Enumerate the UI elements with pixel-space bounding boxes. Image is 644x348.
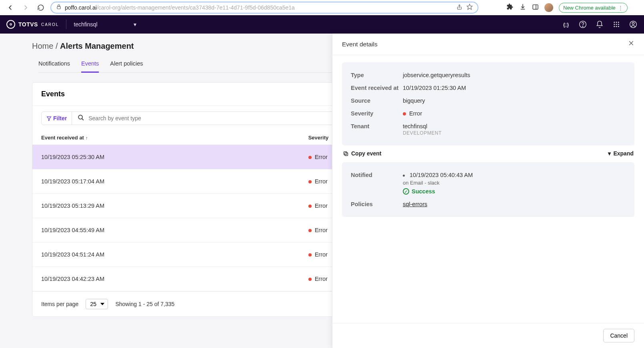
extensions-icon[interactable]	[506, 3, 514, 12]
svg-rect-26	[344, 151, 347, 155]
label-type: Type	[351, 72, 403, 78]
update-chrome-button[interactable]: New Chrome available⋮	[559, 3, 628, 13]
svg-rect-4	[533, 4, 538, 9]
url-text: poffo.carol.ai/carol-org/alerts-manageme…	[65, 4, 453, 11]
label-source: Source	[351, 97, 403, 104]
user-icon[interactable]	[629, 20, 638, 29]
breadcrumb-current: Alerts Management	[60, 42, 134, 50]
label-received: Event received at	[351, 85, 403, 91]
app-header: TOTVS CAROL techfinsql ▾ {;}	[0, 15, 644, 34]
apps-grid-icon[interactable]	[612, 20, 621, 29]
notification-card: Notified 10/19/2023 05:40:43 AM on Email…	[342, 162, 634, 217]
error-dot-icon	[308, 205, 312, 208]
label-notified: Notified	[351, 172, 403, 178]
svg-point-16	[616, 26, 617, 27]
drawer-title: Event details	[342, 41, 378, 48]
search-icon	[78, 114, 84, 123]
svg-point-13	[616, 24, 617, 25]
svg-point-12	[614, 24, 615, 25]
download-icon[interactable]	[519, 3, 526, 12]
policy-link[interactable]: sql-errors	[403, 201, 427, 207]
lock-icon	[56, 4, 62, 11]
svg-point-17	[618, 26, 619, 27]
filter-button[interactable]: Filter	[42, 112, 72, 125]
chevron-down-icon: ▾	[134, 21, 136, 28]
value-severity: Error	[403, 110, 422, 117]
sub-brand-text: CAROL	[41, 22, 59, 27]
copy-icon	[343, 151, 349, 157]
page-size-select[interactable]: 25	[86, 299, 108, 309]
breadcrumb-home[interactable]: Home	[32, 42, 53, 50]
cell-received: 10/19/2023 05:13:29 AM	[32, 194, 301, 218]
svg-point-14	[618, 24, 619, 25]
svg-rect-0	[57, 6, 60, 9]
back-button[interactable]	[5, 2, 16, 13]
cell-received: 10/19/2023 04:42:23 AM	[32, 267, 301, 291]
browser-toolbar: poffo.carol.ai/carol-org/alerts-manageme…	[0, 0, 644, 15]
svg-point-19	[632, 22, 634, 24]
svg-point-15	[614, 26, 615, 27]
tab-notifications[interactable]: Notifications	[38, 57, 70, 72]
json-icon[interactable]: {;}	[562, 20, 570, 29]
notified-status: ✓Success	[403, 188, 473, 195]
bullet-icon	[403, 175, 405, 177]
brand-logo-icon	[6, 20, 15, 29]
label-tenant: Tenant	[351, 123, 403, 129]
svg-point-11	[618, 22, 619, 23]
tenant-name: techfinsql	[74, 21, 97, 28]
svg-point-8	[582, 26, 583, 26]
help-icon[interactable]	[578, 20, 587, 29]
svg-line-22	[82, 118, 84, 120]
forward-button[interactable]	[20, 2, 31, 13]
bell-icon[interactable]	[595, 20, 604, 29]
cell-received: 10/19/2023 04:55:49 AM	[32, 218, 301, 243]
address-bar[interactable]: poffo.carol.ai/carol-org/alerts-manageme…	[50, 2, 478, 14]
value-source: bigquery	[403, 97, 425, 104]
extensions-area: New Chrome available⋮	[506, 3, 628, 13]
value-type: jobservice.getqueryresults	[403, 72, 470, 78]
label-policies: Policies	[351, 201, 403, 207]
separator	[66, 20, 66, 29]
error-dot-icon	[308, 278, 312, 281]
cell-received: 10/19/2023 04:51:24 AM	[32, 243, 301, 267]
col-received[interactable]: Event received at↑	[32, 131, 301, 145]
sort-asc-icon: ↑	[86, 135, 88, 140]
error-dot-icon	[403, 112, 406, 115]
share-icon[interactable]	[456, 4, 462, 12]
tab-events[interactable]: Events	[81, 57, 99, 73]
panel-icon[interactable]	[532, 4, 539, 12]
value-received: 10/19/2023 01:25:30 AM	[403, 85, 466, 91]
close-button[interactable]	[628, 40, 634, 48]
svg-point-21	[78, 115, 82, 119]
error-dot-icon	[308, 156, 312, 159]
notified-channels: on Email - slack	[403, 180, 473, 186]
copy-event-button[interactable]: Copy event	[343, 150, 381, 157]
svg-point-6	[10, 24, 12, 25]
error-dot-icon	[308, 229, 312, 232]
triangle-down-icon: ▾	[608, 150, 611, 157]
svg-rect-25	[345, 153, 348, 156]
tenant-selector[interactable]: techfinsql ▾	[74, 21, 136, 28]
tab-alert-policies[interactable]: Alert policies	[110, 57, 143, 72]
brand-logo-area[interactable]: TOTVS CAROL	[6, 20, 59, 29]
profile-avatar[interactable]	[544, 3, 553, 12]
check-circle-icon: ✓	[403, 188, 409, 195]
brand-text: TOTVS	[18, 21, 38, 28]
items-per-page-label: Items per page	[41, 301, 78, 307]
event-summary-card: Typejobservice.getqueryresults Event rec…	[342, 62, 634, 145]
close-icon	[628, 40, 634, 46]
svg-point-9	[614, 22, 615, 23]
label-severity: Severity	[351, 110, 403, 117]
filter-icon	[46, 116, 52, 121]
cancel-button[interactable]: Cancel	[603, 329, 634, 342]
showing-text: Showing 1 - 25 of 7,335	[115, 301, 174, 307]
svg-marker-20	[47, 117, 51, 121]
cell-received: 10/19/2023 05:17:04 AM	[32, 169, 301, 194]
value-notified: 10/19/2023 05:40:43 AM on Email - slack …	[403, 172, 473, 195]
error-dot-icon	[308, 253, 312, 257]
error-dot-icon	[308, 180, 312, 183]
tenant-env: DEVELOPMENT	[403, 130, 442, 136]
reload-button[interactable]	[35, 2, 46, 13]
expand-button[interactable]: ▾ Expand	[608, 150, 634, 157]
star-icon[interactable]	[466, 4, 473, 12]
